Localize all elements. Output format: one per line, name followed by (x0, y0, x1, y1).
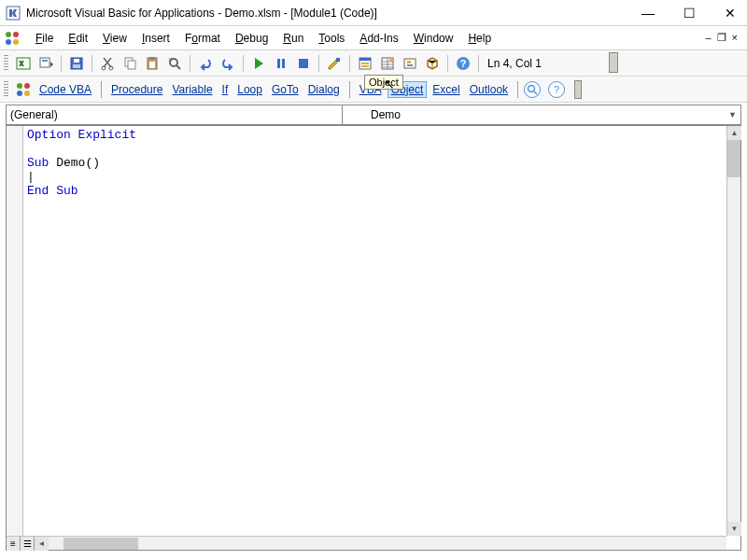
svg-point-1 (6, 32, 11, 37)
undo-icon[interactable] (195, 53, 216, 74)
toolbar-grip[interactable] (4, 55, 8, 72)
reset-icon[interactable] (293, 53, 314, 74)
toolbar-grip[interactable] (4, 81, 8, 98)
svg-point-34 (17, 83, 22, 89)
window-controls: — ☐ ✕ (637, 6, 741, 21)
menu-format[interactable]: Format (177, 29, 228, 48)
code-text-area[interactable]: Option Explicit Sub Demo() | End Sub (23, 126, 740, 550)
child-minimize-button[interactable]: – (705, 32, 711, 44)
svg-rect-9 (74, 59, 79, 63)
code-vba-icon[interactable] (13, 79, 34, 100)
svg-rect-24 (359, 58, 371, 61)
menu-bar: File Edit View Insert Format Debug Run T… (0, 26, 747, 50)
code-margin[interactable] (7, 126, 23, 550)
svg-rect-31 (407, 64, 413, 66)
close-button[interactable]: ✕ (719, 6, 741, 21)
svg-rect-16 (149, 57, 155, 60)
code-kw: End (27, 184, 49, 198)
scroll-down-icon[interactable]: ▼ (727, 522, 741, 536)
toolbox-icon[interactable] (422, 53, 443, 74)
child-close-button[interactable]: × (732, 32, 738, 44)
tooltip: Object (364, 75, 403, 90)
svg-rect-10 (73, 64, 80, 68)
btn-if[interactable]: If (218, 81, 233, 98)
toolbar-end-marker (574, 80, 582, 99)
svg-rect-14 (128, 61, 135, 69)
svg-rect-30 (407, 61, 411, 63)
btn-excel[interactable]: Excel (429, 81, 463, 98)
design-mode-icon[interactable] (324, 53, 345, 74)
run-icon[interactable] (248, 53, 269, 74)
btn-loop[interactable]: Loop (233, 81, 266, 98)
full-module-view-icon[interactable]: ☰ (21, 537, 35, 551)
break-icon[interactable] (271, 53, 291, 74)
object-combo-value: (General) (10, 108, 58, 121)
app-icon (6, 6, 21, 21)
window-title: Microsoft Visual Basic for Applications … (26, 7, 637, 20)
svg-point-37 (24, 91, 30, 96)
cursor-position-label: Ln 4, Col 1 (484, 57, 545, 70)
help-icon[interactable]: ? (453, 53, 473, 74)
svg-rect-5 (17, 58, 30, 69)
menu-debug[interactable]: Debug (228, 29, 275, 48)
find-icon[interactable] (164, 53, 185, 74)
horizontal-scrollbar[interactable]: ≡ ☰ ◄ (7, 536, 726, 550)
object-combo[interactable]: (General) (6, 105, 342, 125)
menu-tools[interactable]: Tools (311, 29, 352, 48)
view-excel-icon[interactable] (13, 53, 34, 74)
procedure-combo[interactable]: Demo ▼ (342, 105, 741, 125)
svg-point-38 (529, 85, 535, 91)
help-circle-icon[interactable]: ? (548, 81, 565, 98)
child-restore-button[interactable]: ❐ (717, 32, 726, 44)
paste-icon[interactable] (142, 53, 162, 74)
svg-rect-26 (361, 65, 369, 67)
svg-rect-20 (282, 59, 285, 68)
project-explorer-icon[interactable] (355, 53, 375, 74)
menu-run[interactable]: Run (275, 29, 311, 48)
menu-view[interactable]: View (95, 29, 134, 48)
properties-icon[interactable] (377, 53, 398, 74)
btn-outlook[interactable]: Outlook (466, 81, 512, 98)
code-editor: Option Explicit Sub Demo() | End Sub ▲ ▼… (6, 125, 741, 551)
menu-edit[interactable]: Edit (61, 29, 95, 48)
chevron-down-icon: ▼ (728, 110, 737, 119)
copy-icon[interactable] (120, 53, 140, 74)
scroll-up-icon[interactable]: ▲ (727, 126, 741, 140)
svg-point-4 (13, 39, 19, 45)
scroll-left-icon[interactable]: ◄ (35, 537, 49, 551)
minimize-button[interactable]: — (637, 6, 659, 21)
vertical-scrollbar[interactable]: ▲ ▼ (726, 126, 740, 536)
svg-point-3 (6, 39, 11, 45)
svg-point-35 (24, 83, 30, 89)
redo-icon[interactable] (218, 53, 238, 74)
btn-goto[interactable]: GoTo (268, 81, 303, 98)
btn-dialog[interactable]: Dialog (304, 81, 344, 98)
code-kw: Option (27, 128, 71, 142)
code-vba-icon (4, 30, 21, 47)
standard-toolbar: ? Ln 4, Col 1 (0, 50, 747, 77)
btn-procedure[interactable]: Procedure (107, 81, 166, 98)
menu-file[interactable]: File (28, 29, 61, 48)
svg-rect-7 (42, 60, 48, 62)
cut-icon[interactable] (97, 53, 118, 74)
save-icon[interactable] (66, 53, 87, 74)
menu-insert[interactable]: Insert (134, 29, 177, 48)
search-icon[interactable] (524, 81, 541, 98)
scroll-thumb-h[interactable] (63, 538, 138, 550)
maximize-button[interactable]: ☐ (678, 6, 700, 21)
object-browser-icon[interactable] (400, 53, 420, 74)
code-vba-label[interactable]: Code VBA (35, 81, 95, 98)
scroll-thumb[interactable] (727, 140, 740, 177)
procedure-view-icon[interactable]: ≡ (7, 537, 21, 551)
svg-text:?: ? (460, 58, 467, 69)
toolbar-overflow-icon[interactable] (609, 52, 618, 73)
menu-help[interactable]: Help (460, 29, 499, 48)
menu-addins[interactable]: Add-Ins (352, 29, 405, 48)
insert-dropdown-icon[interactable] (35, 53, 56, 74)
svg-point-28 (389, 58, 393, 62)
code-header-combos: (General) Demo ▼ (6, 105, 741, 125)
svg-point-2 (13, 32, 19, 37)
svg-rect-19 (277, 59, 280, 68)
menu-window[interactable]: Window (406, 29, 461, 48)
btn-variable[interactable]: Variable (168, 81, 216, 98)
